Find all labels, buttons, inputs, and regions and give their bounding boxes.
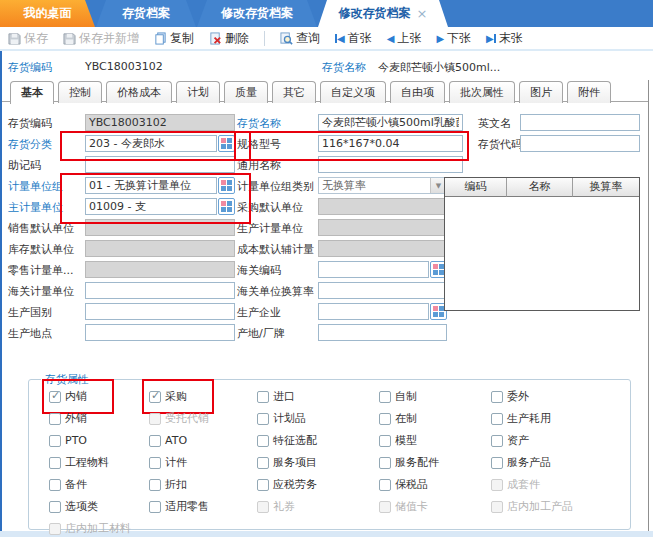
subtab[interactable]: 图片 <box>519 81 563 103</box>
header-name-value: 今麦郎芒顿小镇500ml... <box>378 60 500 75</box>
checkbox-icon <box>379 501 391 513</box>
subtab[interactable]: 价格成本 <box>106 81 172 103</box>
attribute-checkbox[interactable]: 外销 <box>49 411 149 426</box>
attribute-checkbox[interactable]: 服务产品 <box>491 455 624 470</box>
attribute-checkbox[interactable]: 自制 <box>379 389 491 404</box>
attribute-checkbox[interactable]: 在制 <box>379 411 491 426</box>
subtab[interactable]: 基本 <box>10 81 54 104</box>
attribute-checkbox[interactable]: 备件 <box>49 477 149 492</box>
customs-unit-label: 海关计量单位 <box>8 284 74 299</box>
query-button[interactable]: 查询 <box>280 30 320 47</box>
country-label: 生产国别 <box>8 305 52 320</box>
customs-code-label: 海关编码 <box>237 263 281 278</box>
spec-input[interactable] <box>318 135 463 152</box>
subtab[interactable]: 批次属性 <box>449 81 515 103</box>
checkbox-icon <box>49 523 61 535</box>
attribute-checkbox[interactable]: PTO <box>49 433 149 448</box>
attribute-checkbox[interactable]: 生产耗用 <box>491 411 624 426</box>
attribute-checkbox[interactable]: 计件 <box>149 455 257 470</box>
mnemonic-label: 助记码 <box>8 158 41 173</box>
origin-input[interactable] <box>318 324 447 341</box>
country-input[interactable] <box>85 303 235 320</box>
attribute-checkbox[interactable]: 适用零售 <box>149 499 257 514</box>
subtab-strip: 基本 控制 价格成本 计划 质量 其它 自定义项 自由项 批次属性 图片 附件 <box>10 81 611 104</box>
unit-group-label: 计量单位组 <box>8 179 63 194</box>
subtab[interactable]: 控制 <box>58 81 102 103</box>
attribute-checkbox[interactable]: 内销 <box>49 389 149 404</box>
inv-class-input[interactable] <box>85 135 217 152</box>
last-record-button[interactable]: ▶ 末张 <box>486 30 523 47</box>
last-icon: ▶ <box>486 33 496 44</box>
delete-button[interactable]: 删除 <box>209 30 249 47</box>
site-input[interactable] <box>85 324 235 341</box>
delete-icon <box>209 32 222 45</box>
attribute-checkbox[interactable]: 保税品 <box>379 477 491 492</box>
attribute-checkbox[interactable]: 采购 <box>149 389 257 404</box>
copy-icon <box>154 32 167 45</box>
subtab[interactable]: 计划 <box>176 81 220 103</box>
unit-group-refer-button[interactable] <box>218 177 235 194</box>
sale-unit-input <box>85 219 235 236</box>
attribute-checkbox[interactable]: 资产 <box>491 433 624 448</box>
first-record-button[interactable]: ◀ 首张 <box>335 30 372 47</box>
tab-close-icon[interactable]: × <box>417 7 428 20</box>
attribute-checkbox[interactable]: 服务项目 <box>257 455 379 470</box>
inv-alias-input[interactable] <box>520 135 640 152</box>
checkbox-icon <box>379 457 391 469</box>
attribute-checkbox: 店内加工产品 <box>491 499 624 514</box>
customs-unit-input[interactable] <box>85 282 235 299</box>
table-header-name: 名称 <box>507 178 573 197</box>
cost-aux-unit-label: 成本默认辅计量 <box>237 242 314 257</box>
customs-code-input[interactable] <box>318 261 429 278</box>
english-name-input[interactable] <box>520 114 640 131</box>
prod-unit-input <box>318 219 447 236</box>
tab-my-desktop[interactable]: 我的桌面 <box>0 0 95 27</box>
inv-name-input[interactable] <box>318 114 463 131</box>
main-unit-input[interactable] <box>85 198 217 215</box>
attribute-checkbox[interactable]: 选项类 <box>49 499 149 514</box>
tab-inventory-archive[interactable]: 存货档案 <box>96 0 196 27</box>
attribute-checkbox[interactable]: 折扣 <box>149 477 257 492</box>
groupbox-title: 存货属性 <box>41 372 93 387</box>
producer-input[interactable] <box>318 303 429 320</box>
inventory-attributes-groupbox: 存货属性 内销 采购 进口 自 <box>28 379 631 530</box>
subtab[interactable]: 质量 <box>224 81 268 103</box>
attribute-checkbox[interactable]: ATO <box>149 433 257 448</box>
purchase-unit-input <box>318 198 447 215</box>
tab-modify-inventory-active[interactable]: 修改存货档案 × <box>318 0 448 27</box>
save-icon <box>8 32 21 45</box>
inv-code-label: 存货编码 <box>8 116 52 131</box>
subtab[interactable]: 自定义项 <box>320 81 386 103</box>
attribute-checkbox[interactable]: 计划品 <box>257 411 379 426</box>
attribute-checkbox[interactable]: 进口 <box>257 389 379 404</box>
save-and-new-button[interactable]: 保存并新增 <box>63 30 139 47</box>
subtab[interactable]: 附件 <box>567 81 611 103</box>
main-unit-refer-button[interactable] <box>218 198 235 215</box>
attribute-checkbox[interactable]: 服务配件 <box>379 455 491 470</box>
common-name-input[interactable] <box>318 156 463 173</box>
save-button[interactable]: 保存 <box>8 30 48 47</box>
next-record-button[interactable]: ▶ 下张 <box>436 30 471 47</box>
sale-unit-label: 销售默认单位 <box>8 221 74 236</box>
unit-conversion-table: 编码 名称 换算率 <box>444 177 640 311</box>
attribute-checkbox[interactable]: 模型 <box>379 433 491 448</box>
stock-unit-input <box>85 240 235 257</box>
unit-group-input[interactable] <box>85 177 217 194</box>
tab-modify-inventory[interactable]: 修改存货档案 <box>197 0 317 27</box>
attribute-checkbox: 储值卡 <box>379 499 491 514</box>
mnemonic-input[interactable] <box>85 156 235 173</box>
attribute-checkbox[interactable]: 应税劳务 <box>257 477 379 492</box>
attribute-checkbox[interactable]: 特征选配 <box>257 433 379 448</box>
inv-class-refer-button[interactable] <box>218 135 235 152</box>
common-name-label: 通用名称 <box>237 158 281 173</box>
subtab[interactable]: 自由项 <box>390 81 445 103</box>
attribute-checkbox[interactable]: 委外 <box>491 389 624 404</box>
header-name-label: 存货名称 <box>322 60 366 75</box>
customs-rate-input[interactable] <box>318 282 447 299</box>
prev-record-button[interactable]: ◀ 上张 <box>387 30 422 47</box>
attribute-checkbox: 受托代销 <box>149 411 257 426</box>
copy-button[interactable]: 复制 <box>154 30 194 47</box>
subtab[interactable]: 其它 <box>272 81 316 103</box>
inv-class-label: 存货分类 <box>8 137 52 152</box>
attribute-checkbox[interactable]: 工程物料 <box>49 455 149 470</box>
